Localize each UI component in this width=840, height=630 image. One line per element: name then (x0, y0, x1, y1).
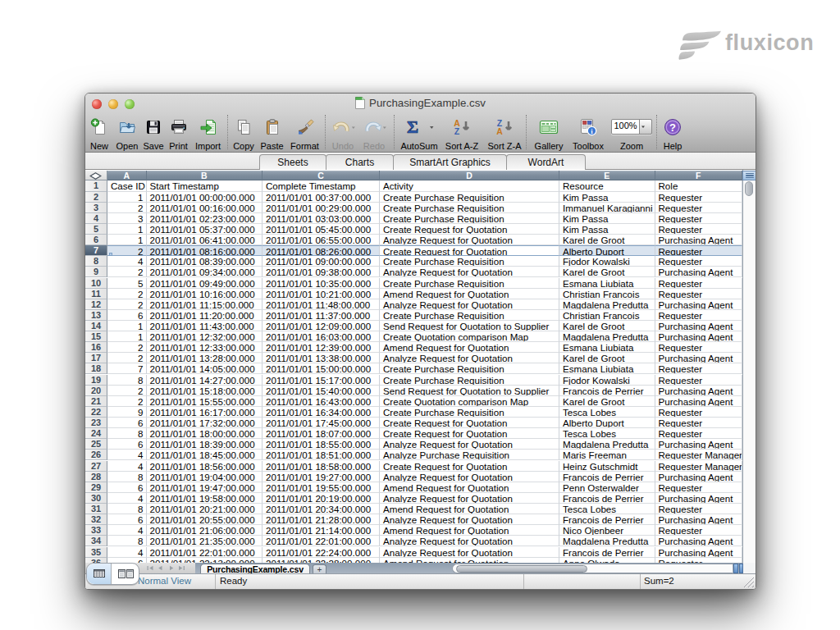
svg-text:Z: Z (454, 126, 460, 136)
svg-text:Σ: Σ (407, 118, 418, 136)
svg-text:A: A (496, 126, 503, 136)
svg-text:?: ? (669, 121, 676, 134)
